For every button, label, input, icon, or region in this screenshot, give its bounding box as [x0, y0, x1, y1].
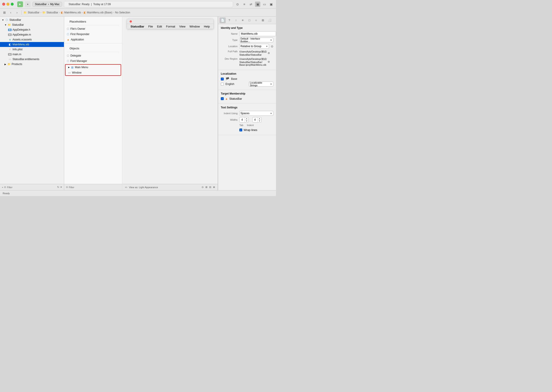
- status-area: StatusBar: Ready | Today at 17:09: [64, 1, 233, 7]
- appdelegate-h-item[interactable]: h AppDelegate.h: [0, 27, 64, 32]
- back-forward-icon[interactable]: ⇄: [248, 1, 254, 7]
- recent-icon[interactable]: ↻: [57, 186, 59, 189]
- sort-icon[interactable]: ✕: [60, 186, 62, 189]
- minimize-button[interactable]: [7, 3, 9, 6]
- grid-view-icon[interactable]: ⊞: [2, 10, 7, 15]
- mainmenu-label: MainMenu.xib: [13, 43, 62, 46]
- statusbar-group[interactable]: ▼ 📁 StatusBar: [0, 22, 64, 27]
- canvas-icon-3[interactable]: ⊟: [209, 186, 211, 189]
- help-inspector-tab[interactable]: ?: [226, 17, 232, 23]
- products-item[interactable]: ▶ 📁 Products: [0, 62, 64, 67]
- close-button[interactable]: [2, 3, 5, 6]
- english-localization-row: English Localizable Strings ▼: [221, 82, 273, 86]
- text-settings-section: Text Settings Indent Using Spaces ▼ Widt…: [218, 104, 276, 135]
- bindings-inspector-tab[interactable]: ⊞: [260, 17, 266, 23]
- help-menu-item[interactable]: Help: [202, 24, 212, 29]
- location-reveal-icon[interactable]: ⊙: [271, 45, 273, 48]
- connections-inspector-tab[interactable]: ○: [253, 17, 259, 23]
- english-checkbox[interactable]: [221, 83, 224, 86]
- appdelegate-m-item[interactable]: m AppDelegate.m: [0, 32, 64, 37]
- edit-menu-item[interactable]: Edit: [155, 24, 164, 29]
- infoplist-item[interactable]: ≡ Info.plist: [0, 47, 64, 52]
- application-item[interactable]: ▲ Application: [64, 37, 122, 42]
- identity-inspector-tab[interactable]: ↑: [233, 17, 239, 23]
- app-name-menu-item[interactable]: StatusBar: [129, 24, 146, 29]
- location-select[interactable]: Relative to Group ▼: [239, 44, 269, 49]
- inspector-icon[interactable]: ▣: [268, 1, 274, 7]
- effects-inspector-tab[interactable]: ⬜: [266, 17, 273, 23]
- back-icon[interactable]: ‹: [8, 10, 14, 15]
- breadcrumb-sep-2: ›: [59, 11, 60, 14]
- english-select-value: Localizable Strings: [250, 81, 270, 87]
- add-icon[interactable]: +: [2, 186, 3, 189]
- first-responder-item[interactable]: ⬡ First Responder: [64, 32, 122, 37]
- window-item[interactable]: ▭ Window: [65, 70, 121, 75]
- files-owner-item[interactable]: ⬡ File's Owner: [64, 26, 122, 32]
- canvas-icon-4[interactable]: ⊕: [213, 186, 215, 189]
- forward-icon[interactable]: ›: [14, 10, 20, 15]
- file-menu-item[interactable]: File: [146, 24, 155, 29]
- breadcrumb-item-2[interactable]: 📁 StatusBar: [42, 11, 58, 14]
- file-navigator-footer: + ⊙ Filter ↻ ✕: [0, 184, 64, 190]
- font-manager-item[interactable]: ⬡ Font Manager: [64, 58, 122, 64]
- window-menu-item[interactable]: Window: [188, 24, 202, 29]
- breadcrumb-item-4[interactable]: ◧ MainMenu.xib (Base): [84, 11, 112, 14]
- main-menu-item[interactable]: ▶ ▦ Main Menu: [65, 65, 121, 70]
- canvas-preview-icon[interactable]: ▭: [125, 186, 127, 189]
- preview-close-button[interactable]: [130, 20, 132, 23]
- debug-icon[interactable]: ▭: [262, 1, 267, 7]
- delegate-item[interactable]: ⬡ Delegate: [64, 53, 122, 58]
- attributes-inspector-tab[interactable]: ≡: [240, 17, 246, 23]
- location-value: Relative to Group: [240, 45, 261, 48]
- project-root[interactable]: ▼ ⬡ StatusBar: [0, 17, 64, 22]
- xib-panel: Placeholders ⬡ File's Owner ⬡ First Resp…: [64, 17, 218, 190]
- file-inspector-tab[interactable]: 📄: [219, 17, 226, 23]
- breadcrumb-sep-3: ›: [82, 11, 83, 14]
- assets-item[interactable]: ◈ Assets.xcassets: [0, 37, 64, 42]
- maximize-button[interactable]: [11, 3, 14, 6]
- placeholders-section: Placeholders: [64, 17, 122, 26]
- tab-stepper[interactable]: 4 ▲ ▼: [239, 117, 249, 122]
- entitlements-item[interactable]: ▭ StatusBar.entitlements: [0, 57, 64, 62]
- indent-stepper[interactable]: 4 ▲ ▼: [252, 117, 262, 122]
- library-icon[interactable]: ≡: [242, 1, 247, 7]
- project-icon: ⬡: [5, 18, 8, 21]
- fullpath-reveal-icon[interactable]: ⊙: [268, 52, 270, 55]
- wrap-lines-checkbox[interactable]: [239, 128, 242, 131]
- tab-increment-button[interactable]: ▲: [245, 117, 249, 120]
- indent-decrement-button[interactable]: ▼: [258, 120, 261, 122]
- mainmenu-item[interactable]: ◧ MainMenu.xib: [0, 42, 64, 47]
- run-button[interactable]: [17, 1, 23, 7]
- canvas-icon-1[interactable]: ⊙: [202, 186, 204, 189]
- format-menu-item[interactable]: Format: [164, 24, 177, 29]
- base-checkbox[interactable]: [221, 77, 224, 80]
- breadcrumb-item-3[interactable]: ◧ MainMenu.xib: [61, 11, 81, 14]
- english-select[interactable]: Localizable Strings ▼: [249, 82, 273, 86]
- main-menu-disclosure[interactable]: ▶: [68, 66, 70, 68]
- scheme-selector[interactable]: StatusBar › My Mac: [32, 2, 62, 7]
- xib-objects-footer: ⊙ Filter: [64, 184, 122, 190]
- placeholders-header: Placeholders: [67, 18, 119, 25]
- delegate-label: Delegate: [70, 54, 81, 57]
- tab-decrement-button[interactable]: ▼: [245, 120, 249, 122]
- fullpath-value: /Users/liyb/Desktop/测试/StatusBar/StatusB…: [239, 50, 273, 56]
- inspector-panel: 📄 ? ↑ ≡ □ ○ ⊞ ⬜ Identity and Type Name T…: [218, 17, 276, 190]
- breadcrumb-item-1[interactable]: 📁 StatusBar: [23, 11, 40, 14]
- canvas-icon-2[interactable]: ⊞: [205, 186, 207, 189]
- stop-button[interactable]: [25, 1, 31, 7]
- view-menu-item[interactable]: View: [177, 24, 187, 29]
- type-select[interactable]: Default - Interface Builder... ▼: [239, 38, 273, 42]
- english-chevron-icon: ▼: [270, 83, 272, 85]
- devregion-reveal-icon[interactable]: ⊙: [268, 60, 270, 63]
- titlebar: StatusBar › My Mac StatusBar: Ready | To…: [0, 0, 276, 8]
- size-inspector-tab[interactable]: □: [246, 17, 252, 23]
- statusbar-target-icon: ▲: [225, 97, 228, 100]
- indent-using-select[interactable]: Spaces ▼: [239, 111, 273, 116]
- main-m-item[interactable]: m main.m: [0, 52, 64, 57]
- name-input[interactable]: [239, 31, 276, 36]
- appdelegate-h-label: AppDelegate.h: [13, 28, 62, 31]
- statusbar-membership-checkbox[interactable]: [221, 97, 224, 100]
- activity-icon[interactable]: ⊙: [235, 1, 240, 7]
- navigator-icon[interactable]: ▣: [255, 1, 260, 7]
- indent-increment-button[interactable]: ▲: [258, 117, 261, 120]
